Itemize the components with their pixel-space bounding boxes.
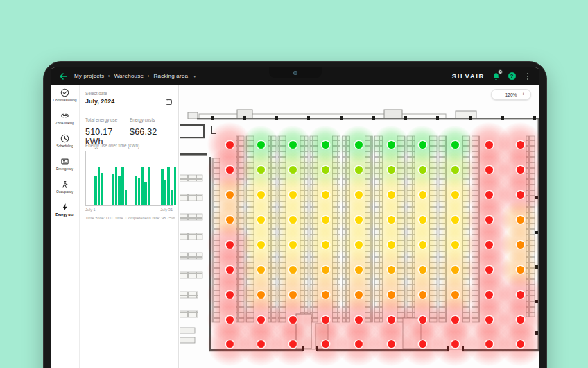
heatmap-node-dot[interactable] (419, 191, 426, 199)
chevron-down-icon[interactable]: ▾ (193, 74, 196, 78)
sidebar-item-occupancy[interactable]: Occupancy (51, 180, 79, 201)
heatmap-node-dot[interactable] (451, 266, 459, 274)
heatmap-node-dot[interactable] (257, 241, 265, 249)
heatmap-node-dot[interactable] (289, 191, 297, 199)
sidebar-item-zone-linking[interactable]: Zone linking (51, 111, 79, 132)
energy-panel: Select date July, 2024 Total energy use … (79, 85, 179, 368)
heatmap-node-dot[interactable] (355, 216, 363, 224)
heatmap-node-dot[interactable] (419, 216, 426, 224)
heatmap-node-dot[interactable] (257, 340, 265, 348)
sidebar: CommissioningZone linkingSchedulingEmerg… (51, 85, 79, 368)
sidebar-item-emergency[interactable]: Emergency (51, 157, 79, 178)
heatmap-node-dot[interactable] (289, 266, 297, 274)
heatmap-node-dot[interactable] (517, 216, 524, 224)
heatmap-node-dot[interactable] (322, 191, 329, 199)
heatmap-node-dot[interactable] (257, 166, 265, 174)
heatmap-node-dot[interactable] (289, 241, 297, 249)
heatmap-node-dot[interactable] (419, 340, 426, 348)
chart-bar (167, 167, 170, 205)
calendar-icon[interactable] (166, 99, 172, 105)
heatmap-node-dot[interactable] (322, 166, 329, 174)
heatmap-node-dot[interactable] (419, 141, 426, 149)
sidebar-item-scheduling[interactable]: Scheduling (51, 134, 79, 155)
heatmap-node-dot[interactable] (289, 340, 297, 348)
zoom-in-button[interactable]: + (521, 92, 525, 97)
heatmap-node-dot[interactable] (322, 241, 329, 249)
chart-bar (141, 167, 144, 205)
heatmap-node-dot[interactable] (257, 266, 265, 274)
heatmap-node-dot[interactable] (388, 241, 395, 249)
heatmap-node-dot[interactable] (322, 340, 329, 348)
date-select-field[interactable]: Select date July, 2024 (85, 91, 172, 108)
breadcrumb: My projects › Warehouse › Racking area ▾ (74, 73, 196, 79)
heatmap-node-dot[interactable] (451, 216, 459, 224)
chart-bar (98, 167, 101, 205)
kebab-menu-icon[interactable] (523, 72, 533, 81)
heatmap-node-dot[interactable] (388, 141, 395, 149)
heatmap-node-dot[interactable] (289, 216, 297, 224)
breadcrumb-my-projects[interactable]: My projects (74, 73, 104, 79)
page-background: My projects › Warehouse › Racking area ▾… (0, 0, 588, 368)
heatmap-node-dot[interactable] (226, 191, 234, 199)
heatmap-node-dot[interactable] (388, 266, 395, 274)
heatmap-node-dot[interactable] (451, 340, 459, 348)
heatmap-node-dot[interactable] (388, 216, 395, 224)
heatmap-node-dot[interactable] (451, 166, 459, 174)
date-select-label: Select date (85, 91, 172, 96)
chart-bar (101, 173, 103, 205)
chart-bar (94, 176, 97, 205)
sidebar-item-energy-use[interactable]: Energy use (51, 203, 79, 224)
zoom-out-button[interactable]: − (497, 92, 501, 97)
heatmap-node-dot[interactable] (355, 191, 363, 199)
link-icon (51, 111, 79, 120)
chart-bar (135, 176, 137, 205)
notifications-bell-icon[interactable] (491, 72, 501, 81)
heatmap-node-dot[interactable] (485, 340, 493, 348)
heatmap-node-dot[interactable] (451, 141, 459, 149)
heatmap-node-dot[interactable] (322, 266, 329, 274)
energy-costs-stat: Energy costs $66.32 (130, 117, 174, 147)
heatmap-node-dot[interactable] (355, 340, 363, 348)
heatmap-node-dot[interactable] (517, 241, 524, 249)
heatmap-node-dot[interactable] (419, 266, 426, 274)
heatmap-node-dot[interactable] (355, 266, 363, 274)
sidebar-item-label: Zone linking (52, 121, 78, 125)
chart-bar (148, 167, 150, 205)
bar-chart-plot (85, 151, 173, 206)
chart-bar (115, 167, 118, 205)
notification-badge (498, 69, 503, 74)
heatmap-node-dot[interactable] (419, 166, 426, 174)
heatmap-node-dot[interactable] (355, 241, 363, 249)
heatmap-node-dot[interactable] (289, 141, 297, 149)
breadcrumb-racking-area[interactable]: Racking area (154, 73, 189, 79)
heatmap-node-dot[interactable] (226, 340, 234, 348)
heatmap-node-dot[interactable] (226, 166, 234, 174)
heatmap-node-dot[interactable] (517, 191, 524, 199)
heatmap-node-dot[interactable] (388, 191, 395, 199)
heatmap-node-dot[interactable] (322, 141, 329, 149)
heatmap-node-dot[interactable] (257, 141, 265, 149)
heatmap-node-dot[interactable] (289, 166, 297, 174)
heatmap-node-dot[interactable] (257, 191, 265, 199)
zoom-level-value: 120% (505, 92, 517, 97)
chart-bar (164, 180, 167, 206)
energy-bar-chart (85, 151, 173, 206)
heatmap-node-dot[interactable] (419, 241, 426, 249)
walking-person-icon (51, 180, 79, 189)
sidebar-item-label: Occupancy (52, 190, 78, 194)
heatmap-node-dot[interactable] (257, 216, 265, 224)
heatmap-node-dot[interactable] (322, 216, 329, 224)
heatmap-node-dot[interactable] (388, 340, 395, 348)
back-button[interactable] (58, 71, 69, 82)
app-screen: My projects › Warehouse › Racking area ▾… (51, 67, 539, 368)
sidebar-item-commissioning[interactable]: Commissioning (51, 88, 79, 109)
heatmap-node-dot[interactable] (517, 340, 524, 348)
floor-plan-canvas[interactable]: − 120% + (180, 85, 539, 368)
help-icon[interactable]: ? (507, 72, 517, 81)
heatmap-node-dot[interactable] (451, 241, 459, 249)
breadcrumb-warehouse[interactable]: Warehouse (114, 73, 144, 79)
heatmap-node-dot[interactable] (355, 141, 363, 149)
heatmap-node-dot[interactable] (451, 191, 459, 199)
heatmap-node-dot[interactable] (388, 166, 395, 174)
heatmap-node-dot[interactable] (355, 166, 363, 174)
